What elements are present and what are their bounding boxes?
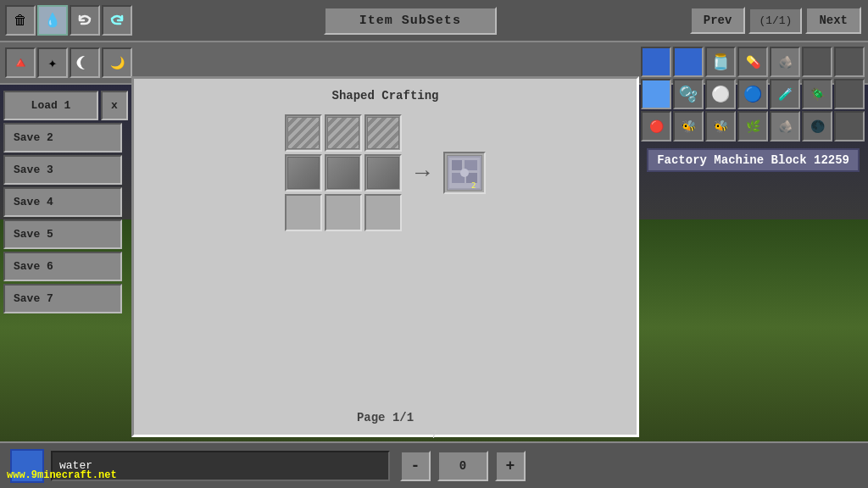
trash-icon[interactable]: 🗑	[5, 5, 36, 36]
item-potion[interactable]: 🧪	[770, 79, 800, 109]
left-sidebar: Load 1 x Save 2 Save 3 Save 4 Save 5 Sav…	[0, 85, 131, 319]
save-2-button[interactable]: Save 2	[3, 123, 122, 152]
item-bug[interactable]: 🪲	[802, 79, 832, 109]
craft-cell-2-1[interactable]	[325, 194, 362, 231]
svg-point-6	[460, 169, 469, 177]
plus-button[interactable]: +	[495, 451, 526, 481]
save-4-button[interactable]: Save 4	[3, 187, 122, 217]
quantity-display: 0	[437, 451, 488, 481]
x-button[interactable]: x	[101, 91, 128, 120]
bottom-bar: - 0 +	[0, 441, 868, 488]
item-sphere[interactable]: ⚪	[705, 79, 736, 109]
craft-cell-1-1[interactable]	[325, 154, 362, 191]
svg-rect-3	[465, 160, 477, 170]
watermark: www.9minecraft.net	[7, 469, 117, 481]
craft-cell-1-0[interactable]	[285, 154, 322, 191]
tooltip: Factory Machine Block 12259	[647, 148, 860, 172]
next-button[interactable]: Next	[805, 7, 861, 34]
crafting-panel: Shaped Crafting	[131, 76, 639, 437]
save-7-button[interactable]: Save 7	[3, 284, 122, 313]
item-blue-block-2[interactable]	[673, 47, 704, 77]
filter-crescent-icon[interactable]: 🌙	[102, 47, 132, 78]
item-green[interactable]: 🌿	[737, 111, 768, 141]
redo-icon[interactable]	[102, 5, 132, 36]
window-title: Item SubSets	[324, 7, 497, 35]
result-cell[interactable]: 2	[443, 152, 486, 194]
item-rock-2[interactable]: 🪨	[770, 111, 800, 141]
craft-cell-2-2[interactable]	[364, 194, 402, 231]
craft-cell-0-2[interactable]	[364, 114, 402, 152]
svg-rect-2	[452, 160, 462, 170]
result-item: 2	[447, 155, 482, 191]
save-3-button[interactable]: Save 3	[3, 155, 122, 185]
title-area: Item SubSets	[137, 7, 683, 35]
scroll-indicator: 7	[431, 430, 437, 441]
item-rock[interactable]: 🪨	[770, 47, 800, 77]
item-grid: 🫙 💊 🪨 🫧 ⚪ 🔵 🧪 🪲 🔴 🐝 🐝 🌿 🪨 🌑	[641, 47, 865, 141]
page-indicator: Page 1/1	[357, 411, 414, 424]
minus-button[interactable]: -	[400, 451, 431, 481]
crafting-arrow: →	[415, 160, 430, 186]
craft-cell-0-0[interactable]	[285, 114, 322, 152]
item-bee-1[interactable]: 🐝	[673, 111, 704, 141]
item-empty-2	[834, 47, 865, 77]
page-counter: (1/1)	[748, 8, 802, 34]
filter-moon-icon[interactable]	[70, 47, 100, 78]
water-filter-icon[interactable]: 💧	[37, 5, 68, 36]
nav-buttons: Prev (1/1) Next	[683, 3, 868, 37]
craft-cell-2-0[interactable]	[285, 194, 322, 231]
undo-icon[interactable]	[70, 5, 100, 36]
filter-fire-icon[interactable]: 🔺	[5, 47, 36, 78]
svg-text:2: 2	[471, 181, 476, 190]
crafting-title: Shaped Crafting	[331, 89, 438, 103]
crafting-grid	[285, 114, 402, 231]
load-row: Load 1 x	[3, 91, 128, 120]
craft-cell-0-1[interactable]	[325, 114, 362, 152]
item-blue-block-1[interactable]	[641, 47, 671, 77]
item-empty-3	[834, 79, 865, 109]
craft-cell-1-2[interactable]	[364, 154, 402, 191]
top-bar: 🗑 💧 Item SubSets Prev (1/1) Next	[0, 0, 868, 42]
item-empty-4	[834, 111, 865, 141]
item-dark-orb[interactable]: 🌑	[802, 111, 832, 141]
filter-star-icon[interactable]: ✦	[37, 47, 68, 78]
item-bucket[interactable]: 🫙	[705, 47, 736, 77]
save-6-button[interactable]: Save 6	[3, 252, 122, 281]
toolbar-icons: 🗑 💧	[0, 2, 137, 39]
tooltip-text: Factory Machine Block 12259	[657, 153, 849, 167]
item-capsule[interactable]: 💊	[737, 47, 768, 77]
item-bee-2[interactable]: 🐝	[705, 111, 736, 141]
item-empty-1	[802, 47, 832, 77]
crafting-area: → 2	[285, 114, 486, 231]
item-bubble[interactable]: 🫧	[673, 79, 704, 109]
prev-button[interactable]: Prev	[690, 7, 746, 34]
save-5-button[interactable]: Save 5	[3, 219, 122, 249]
load-1-button[interactable]: Load 1	[3, 91, 98, 120]
item-blue-ball[interactable]: 🔵	[737, 79, 768, 109]
item-light-blue[interactable]	[641, 79, 671, 109]
item-red[interactable]: 🔴	[641, 111, 671, 141]
